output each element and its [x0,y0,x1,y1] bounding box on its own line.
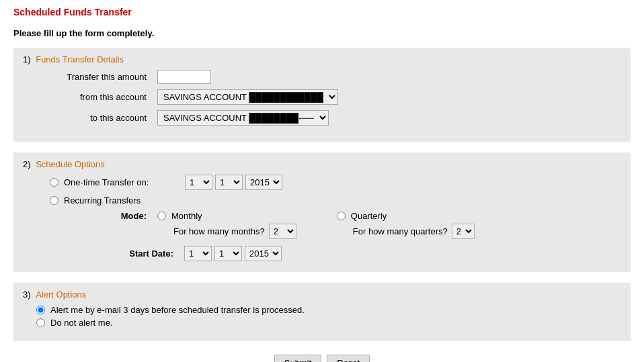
one-time-radio[interactable] [50,178,58,187]
one-time-row: One-time Transfer on: 12345 678910 11121… [23,175,621,190]
recurring-radio[interactable] [50,196,58,205]
mode-label: Mode: [23,211,157,221]
monthly-option: Monthly For how many months? 1234 5678 9… [157,211,296,239]
quarterly-option-row: Quarterly [337,211,387,221]
transfer-amount-input[interactable] [157,70,211,84]
one-time-day-select[interactable]: 12345 678910 1112131415 1617181920 21222… [185,175,212,190]
mode-options-container: Monthly For how many months? 1234 5678 9… [157,211,475,239]
transfer-amount-row: Transfer this amount [23,70,621,84]
section3-label: Alert Options [36,289,86,300]
page-container: Scheduled Funds Transfer Please fill up … [0,0,644,362]
recurring-row: Recurring Transfers [23,195,621,206]
monthly-option-row: Monthly [157,211,202,221]
monthly-label: Monthly [171,211,202,221]
from-account-select[interactable]: SAVINGS ACCOUNT ████████████ [157,89,338,105]
start-year-select[interactable]: 201520162017201820192020 [245,246,282,261]
section1-number: 1) [23,54,31,64]
alert-yes-label: Alert me by e-mail 3 days before schedul… [50,305,305,315]
section1-container: 1) Funds Transfer Details Transfer this … [13,48,631,142]
quarterly-sub: For how many quarters? 1234 5678 [337,224,475,239]
start-month-select[interactable]: 12345 678910 1112 [214,246,242,261]
start-date-row: Start Date: 12345 678910 1112131415 1617… [23,246,621,261]
from-account-row: from this account SAVINGS ACCOUNT ██████… [23,89,621,105]
to-account-label: to this account [23,113,157,123]
recurring-label: Recurring Transfers [64,195,140,206]
one-time-year-select[interactable]: 201520162017201820192020 [245,175,282,190]
alert-no-radio[interactable] [36,318,45,327]
button-row: Submit Reset [13,355,631,362]
quarterly-sub-label: For how many quarters? [353,226,448,236]
quarterly-label: Quarterly [351,211,387,221]
monthly-radio[interactable] [157,212,166,220]
form-instruction: Please fill up the form completely. [13,28,631,38]
monthly-sub: For how many months? 1234 5678 9101112 [157,224,296,239]
quarterly-option: Quarterly For how many quarters? 1234 56… [337,211,475,239]
start-day-select[interactable]: 12345 678910 1112131415 1617181920 21222… [184,246,212,261]
alert-yes-radio[interactable] [36,306,45,314]
to-account-row: to this account SAVINGS ACCOUNT ████████… [23,110,621,126]
section1-title-row: 1) Funds Transfer Details [23,54,621,64]
submit-button[interactable]: Submit [274,355,321,362]
section2-container: 2) Schedule Options One-time Transfer on… [13,152,631,272]
section2-title-row: 2) Schedule Options [23,159,621,169]
alert-option1-row: Alert me by e-mail 3 days before schedul… [23,305,621,315]
alert-option2-row: Do not alert me. [23,318,621,328]
page-title: Scheduled Funds Transfer [13,7,631,17]
transfer-amount-label: Transfer this amount [23,72,157,82]
monthly-sub-label: For how many months? [173,226,265,236]
to-account-select[interactable]: SAVINGS ACCOUNT ████████-── [157,110,329,126]
section3-container: 3) Alert Options Alert me by e-mail 3 da… [13,283,631,341]
one-time-date-selects: 12345 678910 1112131415 1617181920 21222… [185,175,282,190]
quarterly-radio[interactable] [337,212,346,220]
mode-container: Mode: Monthly For how many months? 1234 … [23,211,621,239]
from-account-label: from this account [23,92,157,102]
alert-no-label: Do not alert me. [50,318,113,328]
reset-button[interactable]: Reset [327,355,370,362]
start-date-label: Start Date: [50,248,184,259]
quarterly-count-select[interactable]: 1234 5678 [452,224,475,239]
one-time-label: One-time Transfer on: [64,177,185,187]
one-time-month-select[interactable]: 12345 678910 1112 [215,175,243,190]
section3-title-row: 3) Alert Options [23,289,621,300]
section2-label: Schedule Options [36,159,105,169]
section3-number: 3) [23,289,31,300]
section2-number: 2) [23,159,31,169]
monthly-count-select[interactable]: 1234 5678 9101112 [269,224,296,239]
start-date-selects: 12345 678910 1112131415 1617181920 21222… [184,246,282,261]
section1-label: Funds Transfer Details [36,54,124,64]
